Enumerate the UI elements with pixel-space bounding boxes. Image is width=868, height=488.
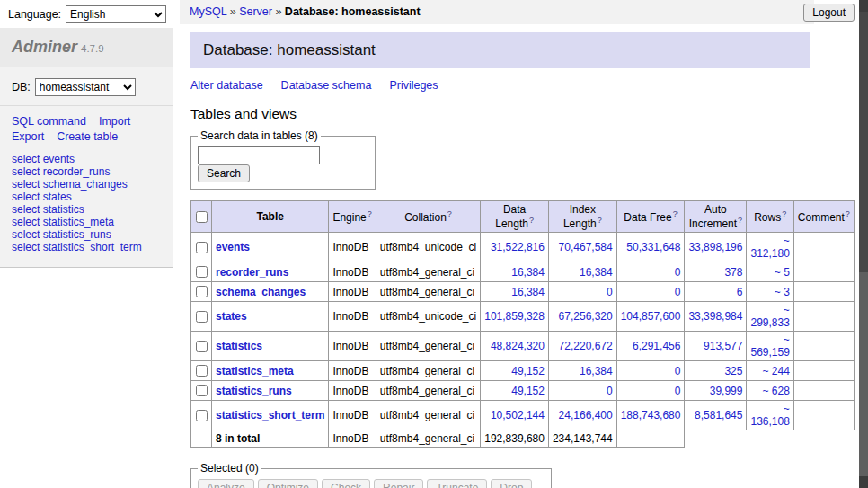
data-length-link[interactable]: 31,522,816 bbox=[491, 241, 545, 253]
database-schema-link[interactable]: Database schema bbox=[281, 79, 372, 92]
row-checkbox-recorder-runs[interactable] bbox=[196, 266, 208, 278]
data-free-link[interactable]: 104,857,600 bbox=[621, 310, 681, 323]
bulk-check-button[interactable]: Check bbox=[322, 479, 370, 488]
sidebar-select-statistics-short-term[interactable]: select statistics_short_term bbox=[12, 242, 162, 253]
index-length-link[interactable]: 16,384 bbox=[580, 365, 613, 377]
index-length-link[interactable]: 70,467,584 bbox=[559, 241, 613, 253]
sidebar-select-statistics[interactable]: select statistics bbox=[12, 204, 162, 216]
data-free-link[interactable]: 0 bbox=[675, 266, 681, 279]
data-free-link[interactable]: 0 bbox=[675, 286, 681, 298]
search-button[interactable]: Search bbox=[198, 164, 250, 182]
scroll-down-arrow[interactable] bbox=[859, 476, 868, 488]
sidebar-select-statistics-runs[interactable]: select statistics_runs bbox=[12, 229, 162, 241]
data-length-link[interactable]: 48,824,320 bbox=[491, 340, 545, 352]
table-link-statistics-meta[interactable]: statistics_meta bbox=[216, 365, 294, 377]
rows-link[interactable]: ~ 244 bbox=[762, 365, 789, 377]
data-length-link[interactable]: 101,859,328 bbox=[484, 310, 545, 323]
data-length-link[interactable]: 16,384 bbox=[511, 286, 545, 298]
sidebar-select-statistics-meta[interactable]: select statistics_meta bbox=[12, 217, 162, 228]
bulk-repair-button[interactable]: Repair bbox=[374, 479, 423, 488]
rows-link[interactable]: ~ 628 bbox=[762, 385, 789, 397]
sidebar-select-schema-changes[interactable]: select schema_changes bbox=[12, 179, 162, 191]
row-checkbox-statistics-runs[interactable] bbox=[196, 385, 208, 396]
search-input[interactable] bbox=[198, 146, 320, 164]
data-free-link[interactable]: 0 bbox=[675, 385, 681, 397]
select-all-checkbox[interactable] bbox=[196, 211, 208, 223]
breadcrumb-link-mysql[interactable]: MySQL bbox=[190, 5, 226, 18]
rows-link[interactable]: ~ 312,180 bbox=[750, 235, 789, 260]
rows-link[interactable]: ~ 299,833 bbox=[750, 304, 789, 329]
auto-increment-link[interactable]: 378 bbox=[724, 266, 742, 279]
row-checkbox-statistics[interactable] bbox=[196, 341, 208, 352]
bulk-truncate-button[interactable]: Truncate bbox=[427, 479, 487, 488]
table-link-states[interactable]: states bbox=[216, 310, 247, 323]
index-length-link[interactable]: 0 bbox=[607, 385, 613, 397]
table-link-statistics[interactable]: statistics bbox=[216, 340, 262, 352]
rows-link[interactable]: ~ 569,159 bbox=[750, 333, 789, 359]
rows-link[interactable]: ~ 3 bbox=[775, 286, 790, 298]
auto-increment-link[interactable]: 33,898,196 bbox=[688, 241, 742, 253]
index-length-link[interactable]: 67,256,320 bbox=[559, 310, 613, 323]
sidebar-select-recorder-runs[interactable]: select recorder_runs bbox=[12, 166, 162, 178]
index-length-link[interactable]: 24,166,400 bbox=[559, 409, 613, 421]
auto-increment-link[interactable]: 913,577 bbox=[704, 340, 742, 352]
bulk-drop-button[interactable]: Drop bbox=[491, 479, 532, 488]
sidebar-select-states[interactable]: select states bbox=[12, 191, 162, 203]
help-icon[interactable]: ? bbox=[846, 209, 850, 218]
logout-button[interactable]: Logout bbox=[803, 4, 855, 22]
help-icon[interactable]: ? bbox=[673, 209, 678, 218]
rows-link[interactable]: ~ 5 bbox=[775, 266, 790, 279]
help-icon[interactable]: ? bbox=[447, 209, 452, 218]
table-link-schema-changes[interactable]: schema_changes bbox=[216, 286, 306, 298]
auto-increment-link[interactable]: 325 bbox=[724, 365, 742, 377]
search-legend: Search data in tables (8) bbox=[198, 129, 321, 142]
sidebar-link-import[interactable]: Import bbox=[99, 115, 130, 128]
alter-database-link[interactable]: Alter database bbox=[190, 79, 263, 92]
row-checkbox-statistics-meta[interactable] bbox=[196, 365, 208, 377]
data-free-link[interactable]: 0 bbox=[675, 365, 681, 377]
sidebar-select-events[interactable]: select events bbox=[12, 154, 162, 165]
row-checkbox-states[interactable] bbox=[196, 311, 208, 323]
data-length-link[interactable]: 10,502,144 bbox=[491, 409, 545, 421]
help-icon[interactable]: ? bbox=[738, 216, 742, 225]
language-select[interactable]: English bbox=[66, 5, 166, 23]
data-length-link[interactable]: 49,152 bbox=[511, 385, 545, 397]
sidebar-table-links: select eventsselect recorder_runsselect … bbox=[0, 147, 173, 258]
index-length-link[interactable]: 72,220,672 bbox=[559, 340, 613, 352]
data-free-link[interactable]: 50,331,648 bbox=[626, 241, 680, 253]
tables-header: TableEngine?Collation?Data Length?Index … bbox=[191, 201, 855, 233]
data-free-link[interactable]: 188,743,680 bbox=[621, 409, 681, 421]
auto-increment-link[interactable]: 33,398,984 bbox=[688, 310, 742, 323]
help-icon[interactable]: ? bbox=[368, 209, 372, 218]
db-select[interactable]: homeassistant bbox=[35, 78, 136, 96]
auto-increment-link[interactable]: 6 bbox=[737, 286, 743, 298]
sidebar-link-sql-command[interactable]: SQL command bbox=[12, 115, 86, 128]
row-checkbox-schema-changes[interactable] bbox=[196, 286, 208, 297]
sidebar-link-export[interactable]: Export bbox=[12, 130, 44, 143]
auto-increment-link[interactable]: 8,581,645 bbox=[695, 409, 742, 421]
bulk-optimize-button[interactable]: Optimize bbox=[258, 479, 318, 488]
help-icon[interactable]: ? bbox=[529, 216, 534, 225]
row-checkbox-events[interactable] bbox=[196, 242, 208, 253]
auto-increment-link[interactable]: 39,999 bbox=[710, 385, 743, 397]
help-icon[interactable]: ? bbox=[782, 209, 786, 218]
table-link-events[interactable]: events bbox=[216, 241, 250, 253]
help-icon[interactable]: ? bbox=[598, 216, 602, 225]
rows-link[interactable]: ~ 136,108 bbox=[750, 403, 789, 428]
bulk-analyze-button[interactable]: Analyze bbox=[198, 479, 254, 488]
table-link-recorder-runs[interactable]: recorder_runs bbox=[216, 266, 288, 279]
table-link-statistics-runs[interactable]: statistics_runs bbox=[216, 385, 292, 397]
sidebar-link-create-table[interactable]: Create table bbox=[57, 130, 118, 143]
data-free-link[interactable]: 6,291,456 bbox=[633, 340, 680, 352]
row-checkbox-statistics-short-term[interactable] bbox=[196, 410, 208, 421]
scroll-up-arrow[interactable] bbox=[859, 0, 868, 12]
data-length-link[interactable]: 16,384 bbox=[511, 266, 545, 279]
breadcrumb-link-server[interactable]: Server bbox=[239, 5, 272, 18]
scrollbar[interactable] bbox=[859, 0, 868, 488]
index-length-link[interactable]: 16,384 bbox=[580, 266, 613, 279]
privileges-link[interactable]: Privileges bbox=[389, 79, 438, 92]
table-link-statistics-short-term[interactable]: statistics_short_term bbox=[216, 409, 324, 421]
data-length-link[interactable]: 49,152 bbox=[511, 365, 545, 377]
index-length-link[interactable]: 0 bbox=[607, 286, 613, 298]
scroll-thumb[interactable] bbox=[859, 12, 868, 272]
